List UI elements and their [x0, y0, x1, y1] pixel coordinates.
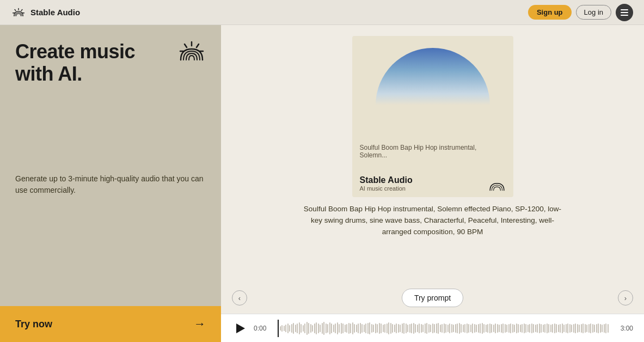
album-brand-block: Stable Audio AI music creation	[360, 175, 413, 192]
logo-icon	[11, 8, 26, 17]
current-time: 0:00	[254, 325, 271, 332]
header: Stable Audio Sign up Log in	[0, 0, 644, 25]
hero-bottom: Generate up to 3-minute high-quality aud…	[15, 173, 206, 218]
hero-description: Generate up to 3-minute high-quality aud…	[15, 173, 206, 196]
svg-line-2	[15, 9, 16, 10]
svg-line-6	[197, 44, 199, 47]
hero-title: Create music with AI.	[15, 40, 135, 86]
album-art: Soulful Boom Bap Hip Hop instrumental, S…	[352, 36, 513, 197]
nav-row: ‹ Try prompt ›	[221, 289, 644, 307]
waveform-bars	[278, 320, 609, 337]
album-caption: Soulful Boom Bap Hip Hop instrumental, S…	[360, 144, 506, 159]
menu-line-1	[621, 9, 628, 10]
playhead	[278, 320, 279, 337]
album-semicircle-graphic	[376, 48, 490, 105]
album-brand-sub: AI music creation	[360, 185, 413, 192]
logo: Stable Audio	[11, 8, 80, 17]
audio-player: 0:00 3:00	[221, 314, 644, 342]
total-time: 3:00	[616, 325, 633, 332]
hero-sun-icon	[177, 40, 206, 69]
album-art-inner: Soulful Boom Bap Hip Hop instrumental, S…	[352, 36, 513, 197]
waveform[interactable]	[278, 320, 609, 337]
arrow-icon: →	[194, 317, 206, 331]
menu-line-2	[621, 12, 628, 13]
try-prompt-button[interactable]: Try prompt	[402, 289, 463, 307]
menu-line-3	[621, 15, 628, 16]
signup-button[interactable]: Sign up	[528, 5, 572, 20]
logo-text: Stable Audio	[30, 8, 80, 17]
album-footer: Stable Audio AI music creation	[352, 170, 513, 197]
track-content: Soulful Boom Bap Hip Hop instrumental, S…	[221, 36, 644, 289]
hero-top: Create music with AI.	[15, 40, 206, 86]
try-now-button[interactable]: Try now →	[0, 306, 221, 342]
album-brand-name: Stable Audio	[360, 175, 413, 185]
login-button[interactable]: Log in	[576, 5, 611, 20]
play-icon	[236, 323, 245, 333]
track-description: Soulful Boom Bap Hip Hop instrumental, S…	[302, 204, 563, 238]
left-panel: Create music with AI. Genera	[0, 25, 221, 342]
svg-line-1	[21, 9, 22, 10]
svg-line-7	[185, 44, 187, 47]
main-layout: Create music with AI. Genera	[0, 0, 644, 342]
menu-button[interactable]	[616, 4, 633, 21]
next-button[interactable]: ›	[618, 290, 633, 306]
header-actions: Sign up Log in	[528, 4, 633, 21]
play-button[interactable]	[232, 321, 247, 336]
album-logo-icon	[488, 179, 506, 192]
right-panel: Soulful Boom Bap Hip Hop instrumental, S…	[221, 25, 644, 342]
try-now-label: Try now	[15, 319, 52, 330]
prev-button[interactable]: ‹	[232, 290, 247, 306]
